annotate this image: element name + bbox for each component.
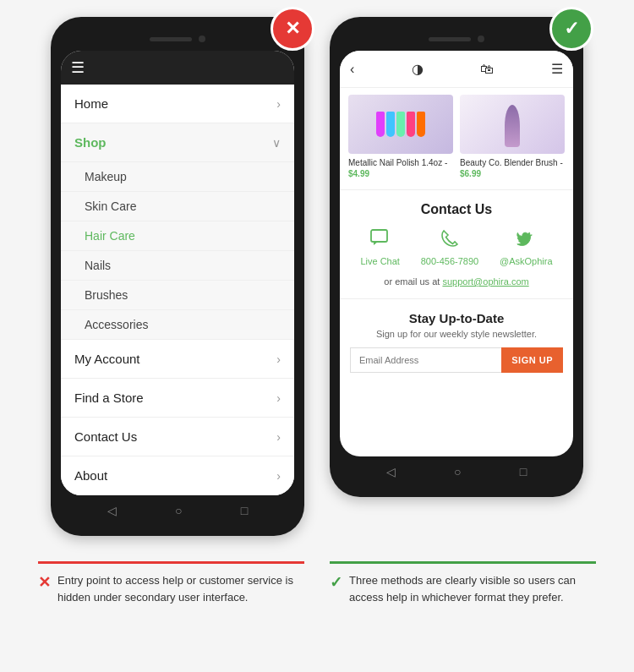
recents-button[interactable]: □ [241,504,248,517]
phone-speaker [150,37,192,41]
email-signup-row: SIGN UP [350,347,563,373]
nail-polish-name-text: Metallic Nail Polish 1.4oz [348,158,442,167]
email-text: or email us at [384,276,440,287]
menu-shop-label: Shop [74,135,107,150]
signup-button[interactable]: SIGN UP [501,347,563,373]
menu-item-myaccount[interactable]: My Account › [61,340,294,379]
bad-caption-text: Entry point to access help or customer s… [57,572,304,605]
left-phone-screen: ☰ Home › Shop ∨ [61,51,294,495]
chevron-icon-2: › [276,352,281,366]
contact-method-twitter[interactable]: @AskOphira [500,229,553,266]
blender-shape [505,105,520,147]
back-arrow-icon[interactable]: ‹ [350,62,354,77]
good-caption: ✓ Three methods are clearly visible so u… [330,553,596,605]
chevron-icon-4: › [276,430,281,444]
menu-item-findstore[interactable]: Find a Store › [61,379,294,418]
menu-screen: ☰ Home › Shop ∨ [61,51,294,495]
menu-content: Home › Shop ∨ Makeup Skin Care Hair Care [61,85,294,495]
newsletter-subtitle: Sign up for our weekly style newsletter. [350,329,563,339]
good-badge: ✓ [549,7,593,51]
bad-badge: ✕ [271,7,314,51]
nail-polish-image [348,95,453,154]
menu-item-shop[interactable]: Shop ∨ [61,123,294,162]
menu-item-about[interactable]: About › [61,456,294,495]
sub-item-haircare[interactable]: Hair Care [61,221,294,251]
right-phone-top-bar [340,27,573,51]
left-phone-wrapper: ✕ ☰ Home › [51,17,304,536]
menu-myaccount-label: My Account [74,352,140,366]
menu-icon[interactable]: ☰ [551,61,563,77]
product-card-blender[interactable]: Beauty Co. Blender Brush - $6.99 [460,95,565,179]
left-phone-nav-bar: ◁ ○ □ [61,495,294,526]
twitter-label: @AskOphira [500,256,553,266]
chevron-icon: › [276,97,281,111]
svg-rect-0 [371,230,387,242]
phone-speaker-2 [429,37,471,41]
logo-icon: ◑ [412,61,424,77]
color-pink [407,112,415,137]
menu-home-label: Home [74,96,108,111]
blender-image [460,95,565,154]
newsletter-title: Stay Up-to-Date [350,311,563,325]
phone-camera [199,36,205,42]
sub-item-makeup[interactable]: Makeup [61,162,294,192]
bad-badge-icon: ✕ [285,18,300,40]
menu-about-label: About [74,468,107,483]
bag-icon[interactable]: 🛍 [480,62,494,77]
phone-label: 800-456-7890 [421,256,479,266]
email-line: or email us at support@ophira.com [350,276,563,287]
back-button[interactable]: ◁ [107,504,117,517]
left-phone: ✕ ☰ Home › [51,17,304,536]
down-arrow-icon: ∨ [272,136,281,150]
sub-item-accessories[interactable]: Accessories [61,310,294,340]
chat-icon [370,229,391,253]
contact-method-phone[interactable]: 800-456-7890 [421,229,479,266]
sub-item-brushes[interactable]: Brushes [61,281,294,310]
sub-item-skincare[interactable]: Skin Care [61,192,294,221]
right-screen: ‹ ◑ 🛍 ☰ [340,51,573,456]
right-phone-wrapper: ✓ ‹ ◑ 🛍 ☰ [330,17,583,536]
shop-submenu: Makeup Skin Care Hair Care Nails Brushes… [61,162,294,340]
chat-label: Live Chat [360,256,399,266]
captions-row: ✕ Entry point to access help or customer… [38,553,596,605]
email-link[interactable]: support@ophira.com [442,276,528,287]
right-phone-screen: ‹ ◑ 🛍 ☰ [340,51,573,456]
contact-section-title: Contact Us [350,202,563,217]
blender-price: $6.99 [460,169,481,178]
contact-methods: Live Chat 800-456-7890 [350,229,563,266]
phone-camera-2 [478,36,484,42]
right-phone: ✓ ‹ ◑ 🛍 ☰ [330,17,583,497]
menu-item-contactus[interactable]: Contact Us › [61,418,294,456]
nail-polish-price: $4.99 [348,169,369,178]
contact-method-chat[interactable]: Live Chat [360,229,399,266]
home-button[interactable]: ○ [175,504,182,517]
color-purple [376,112,385,137]
back-button-2[interactable]: ◁ [386,465,396,478]
nail-polish-name: Metallic Nail Polish 1.4oz - $4.99 [348,157,453,179]
blender-name: Beauty Co. Blender Brush - $6.99 [460,157,565,179]
products-strip: Metallic Nail Polish 1.4oz - $4.99 [340,88,573,190]
good-caption-icon: ✓ [330,573,342,592]
blender-name-text: Beauty Co. Blender Brush [460,158,558,167]
color-orange [417,112,425,137]
bad-caption: ✕ Entry point to access help or customer… [38,553,304,605]
right-app-header: ‹ ◑ 🛍 ☰ [340,51,573,88]
newsletter-section: Stay Up-to-Date Sign up for our weekly s… [340,299,573,385]
good-divider [330,561,596,564]
sub-item-nails[interactable]: Nails [61,251,294,281]
chevron-icon-5: › [276,469,281,483]
color-blue [386,112,395,137]
product-card-nail-polish[interactable]: Metallic Nail Polish 1.4oz - $4.99 [348,95,453,179]
menu-findstore-label: Find a Store [74,391,144,405]
email-input[interactable] [350,347,501,373]
good-caption-text: Three methods are clearly visible so use… [349,572,596,605]
home-button-2[interactable]: ○ [454,465,461,478]
products-row: Metallic Nail Polish 1.4oz - $4.99 [348,95,565,179]
menu-contactus-label: Contact Us [74,429,137,444]
menu-item-home[interactable]: Home › [61,85,294,123]
chevron-icon-3: › [276,391,281,405]
bad-divider [38,561,304,564]
hamburger-icon[interactable]: ☰ [71,58,85,77]
bad-caption-content: ✕ Entry point to access help or customer… [38,572,304,605]
recents-button-2[interactable]: □ [520,465,527,478]
